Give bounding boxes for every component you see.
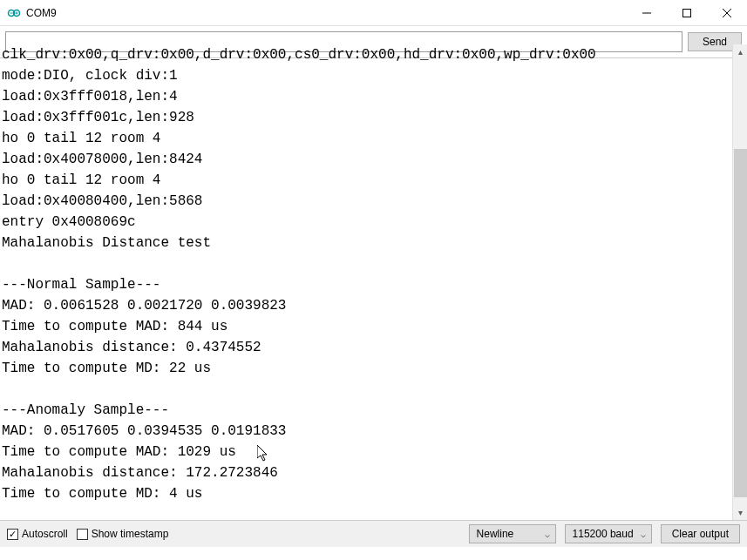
line-ending-select[interactable]: Newline: [469, 524, 556, 543]
window-title: COM9: [26, 7, 627, 19]
console-wrapper: clk_drv:0x00,q_drv:0x00,d_drv:0x00,cs0_d…: [0, 44, 747, 521]
window-controls: [627, 0, 747, 25]
minimize-button[interactable]: [627, 0, 667, 25]
scrollbar[interactable]: ▴ ▾: [732, 44, 747, 520]
autoscroll-checkbox[interactable]: Autoscroll: [7, 528, 68, 540]
checkbox-icon: [77, 529, 88, 540]
serial-output[interactable]: clk_drv:0x00,q_drv:0x00,d_drv:0x00,cs0_d…: [0, 44, 747, 520]
autoscroll-label: Autoscroll: [22, 528, 68, 540]
scrollbar-thumb[interactable]: [734, 149, 747, 497]
timestamp-label: Show timestamp: [92, 528, 169, 540]
baud-select[interactable]: 115200 baud: [565, 524, 652, 543]
bottom-bar: Autoscroll Show timestamp Newline 115200…: [0, 521, 747, 547]
maximize-button[interactable]: [667, 0, 707, 25]
titlebar: COM9: [0, 0, 747, 26]
scroll-up-icon[interactable]: ▴: [733, 44, 747, 59]
close-button[interactable]: [707, 0, 747, 25]
svg-rect-6: [683, 9, 691, 17]
checkbox-icon: [7, 529, 18, 540]
arduino-icon: [7, 6, 21, 20]
timestamp-checkbox[interactable]: Show timestamp: [77, 528, 169, 540]
baud-value: 115200 baud: [573, 528, 634, 540]
clear-output-button[interactable]: Clear output: [661, 524, 740, 543]
line-ending-value: Newline: [477, 528, 514, 540]
scroll-down-icon[interactable]: ▾: [733, 505, 747, 520]
